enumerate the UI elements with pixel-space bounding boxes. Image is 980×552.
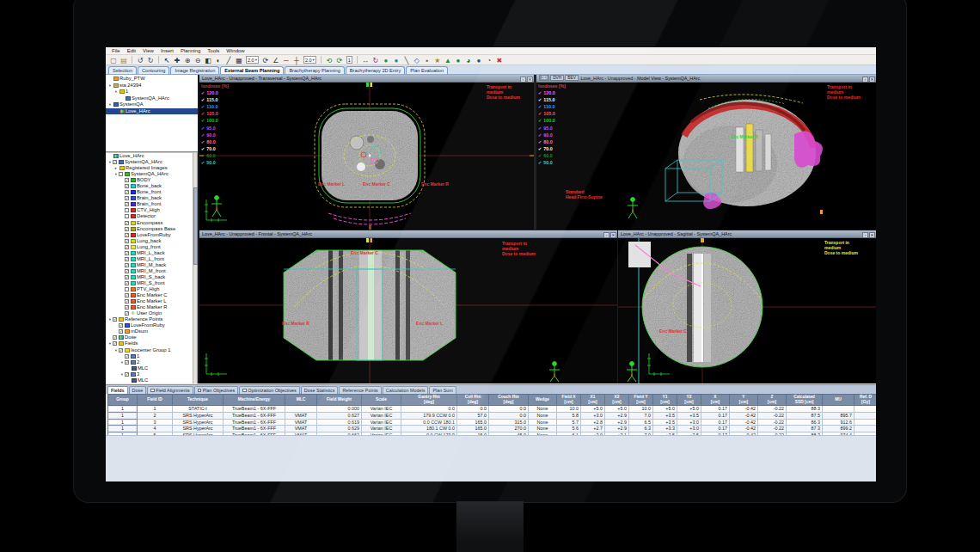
tab-dose-statistics[interactable]: Dose Statistics [301,386,339,395]
tree-item-mri-l-front[interactable]: ✓MRI_L_front [106,256,193,262]
view-dvh-button[interactable]: DVH [550,75,564,81]
checkbox-icon[interactable]: ✔ [201,139,205,144]
viewport-frontal[interactable]: Love_HArc - Unapproved - Frontal - Syste… [199,230,617,383]
tree-item-lovefromruby[interactable]: ✓LoveFromRuby [106,232,193,238]
viewport-sagittal[interactable]: Love_HArc - Unapproved - Sagittal - Syst… [618,230,876,383]
isodose-level-120-0[interactable]: ✔120.0 [538,89,566,96]
new-icon[interactable]: ▢ [109,56,118,64]
checkbox-icon[interactable]: ✔ [538,111,542,116]
checkbox[interactable]: ✓ [113,317,117,322]
checkbox[interactable]: ✓ [125,281,129,285]
checkbox[interactable]: ✓ [125,178,129,182]
checkbox[interactable]: ✓ [125,299,129,304]
checkbox[interactable]: ✓ [119,323,123,328]
globe-green-icon[interactable]: ● [454,56,462,64]
measure-angle-icon[interactable]: ∠ [272,56,280,64]
tab-field-alignments[interactable]: Field Alignments [147,386,193,395]
isodose-level-115-0[interactable]: ✔115.0 [201,96,229,103]
globe-red-icon[interactable]: ◔ [485,56,493,64]
tree-item-systemqa-harc[interactable]: SystemQA_HArc [106,95,198,102]
close-icon[interactable]: ✕ [869,77,875,83]
checkbox-icon[interactable]: ✔ [538,126,542,131]
viewport-title-bar[interactable]: 3DDVHBEV Love_HArc - Unapproved - Model … [536,75,876,83]
checkbox[interactable] [119,172,123,176]
isodose-level-80-0[interactable]: ✔80.0 [538,138,566,145]
field-row-4[interactable]: 14SRS HyperArcTrueBeam1 - 6X-FFFVMAT0.62… [108,426,877,432]
tree-item-lovefromruby[interactable]: ✓LoveFromRuby [106,322,193,328]
redo-icon[interactable]: ↻ [146,56,155,64]
tree-item-1[interactable]: ▾1 [106,89,198,95]
tree-item-body[interactable]: ✓BODY [106,177,193,183]
isodose-level-110-0[interactable]: ✔110.0 [538,103,566,110]
checkbox[interactable]: ✓ [125,354,129,359]
isodose-level-100-0[interactable]: ✔100.0 [538,117,566,124]
checkbox[interactable]: ✓ [113,160,117,164]
checkbox[interactable]: ✓ [125,269,129,273]
isodose-level-60-0[interactable]: ✔60.0 [201,152,229,159]
tree-expand-icon[interactable]: ▾ [113,89,119,94]
checkbox[interactable]: ✓ [125,221,129,225]
isodose-level-90-0[interactable]: ✔90.0 [538,132,566,138]
checkbox-icon[interactable]: ✔ [538,104,542,109]
rotate-field-icon[interactable]: ↻ [371,56,380,64]
checkbox-icon[interactable]: ✔ [538,160,542,165]
tree-item-encompass-base[interactable]: ✓Encompass Base [106,226,193,232]
isodose-level-50-0[interactable]: ✔50.0 [201,159,229,166]
checkbox[interactable]: ✓ [125,184,129,188]
tree-item-ptv-high[interactable]: PTV_High [106,286,193,292]
viewport-transversal[interactable]: Love_HArc - Unapproved - Transversal - S… [199,75,534,230]
isodose-level-50-0[interactable]: ✔50.0 [538,159,566,166]
checkbox-icon[interactable]: ✔ [538,118,542,123]
target-green-icon[interactable]: ● [382,56,390,64]
zoom-factor-input[interactable]: 2.0▾ [246,56,259,64]
crosshair-icon[interactable]: ┼ [292,56,301,64]
maximize-icon[interactable]: ▫ [862,77,868,83]
target-teal-icon[interactable]: ● [392,56,401,64]
tree-item-mri-s-back[interactable]: ✓MRI_S_back [106,274,193,280]
tab-plan-objectives[interactable]: Plan Objectives [194,386,238,395]
tree-item-systemqa-harc[interactable]: ▾SystemQA_HArc [106,171,193,177]
tree-item-bone-front[interactable]: ✓Bone_front [106,189,193,195]
move-field-icon[interactable]: ↔ [361,56,370,64]
checkbox-icon[interactable]: ✔ [201,126,205,131]
checkbox[interactable] [242,389,247,393]
pointer-tool-icon[interactable]: ↖ [162,56,171,64]
grid-icon[interactable]: ▦ [235,56,243,64]
menu-file[interactable]: File [108,47,124,55]
checkbox[interactable]: ✓ [125,305,129,310]
refresh-left-icon[interactable]: ⟲ [325,56,334,64]
scrollbar-thumb[interactable] [193,187,198,265]
tree-item-brain-front[interactable]: ✓Brain_front [106,201,193,207]
isodose-level-100-0[interactable]: ✔100.0 [201,117,229,124]
view-bev-button[interactable]: BEV [565,75,579,81]
tree-expand-icon[interactable]: ▾ [107,83,113,88]
checkbox-icon[interactable]: ✔ [538,153,542,158]
checkbox[interactable]: ✓ [125,275,129,279]
viewport-title-bar[interactable]: Love_HArc - Unapproved - Sagittal - Syst… [618,230,876,238]
tree-item-sta-24394[interactable]: ▾sta 24394 [106,83,198,89]
tab-brachytherapy-2d-entry[interactable]: Brachytherapy 2D Entry [346,66,405,74]
rotate-view-icon[interactable]: ⟳ [261,56,270,64]
checkbox[interactable]: ✓ [125,245,129,249]
tree-item-enc-marker-c[interactable]: ✓Enc Marker C [106,292,193,298]
tree-item-mri-s-front[interactable]: ✓MRI_S_front [106,280,193,286]
maximize-icon[interactable]: ▫ [520,77,526,83]
tab-image-registration[interactable]: Image Registration [170,66,219,74]
tree-item-mri-m-back[interactable]: ✓MRI_M_back [106,262,193,268]
isodose-level-70-0[interactable]: ✔70.0 [201,145,229,152]
checkbox[interactable]: ✓ [125,202,129,206]
tree-item-isocenter-group-1[interactable]: ▾✓Isocenter Group 1 [106,347,193,353]
checkbox[interactable]: ✓ [125,257,129,261]
checkbox-icon[interactable]: ✔ [538,146,542,151]
field-row-2[interactable]: 12SRS HyperArcTrueBeam1 - 6X-FFFVMAT0.62… [108,412,877,419]
menu-insert[interactable]: Insert [157,47,177,55]
checkbox-icon[interactable]: ✔ [538,90,542,95]
isodose-level-95-0[interactable]: ✔95.0 [538,124,566,131]
menu-view[interactable]: View [139,47,157,55]
checkbox-icon[interactable]: ✔ [538,132,542,138]
tree-item-mri-l-back[interactable]: ✓MRI_L_back [106,250,193,256]
checkbox[interactable]: ✓ [113,335,117,340]
tree-item-2[interactable]: ▾✓2 [106,359,193,365]
slice-spacing-input[interactable]: 2.0▾ [303,56,316,64]
globe-earth-icon[interactable]: ◕ [464,56,473,64]
